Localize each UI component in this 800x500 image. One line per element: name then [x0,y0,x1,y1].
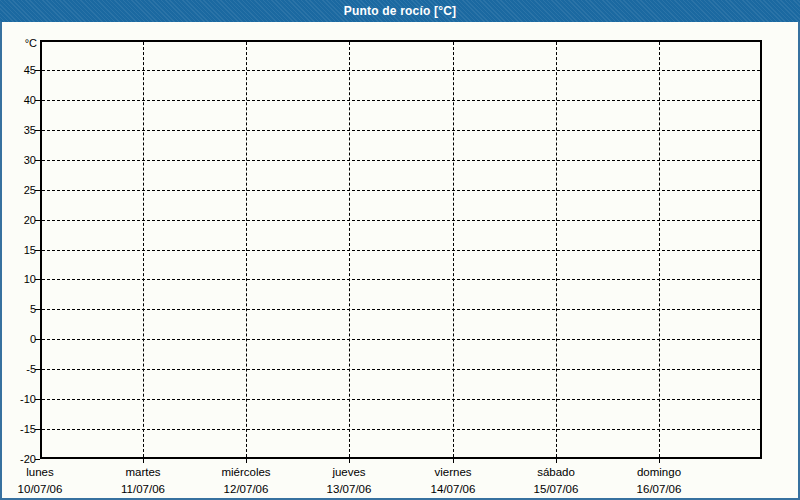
x-day-date: 16/07/06 [599,481,719,498]
y-tick-label: 30 [0,153,36,167]
y-gridline [42,220,760,221]
y-tick-label: -15 [0,422,36,436]
x-gridline [246,42,247,457]
y-tick-label: 10 [0,272,36,286]
x-gridline [556,42,557,457]
y-gridline [42,429,760,430]
x-axis-tick [659,459,660,463]
y-gridline [42,399,760,400]
y-tick-label: -10 [0,392,36,406]
x-gridline [453,42,454,457]
y-tick-label: 20 [0,213,36,227]
y-gridline [42,250,760,251]
y-gridline [42,369,760,370]
x-gridline [143,42,144,457]
x-day-label: domingo16/07/06 [599,464,719,498]
y-tick-label: 45 [0,63,36,77]
x-day-date: 12/07/06 [186,481,306,498]
y-gridline [42,100,760,101]
y-tick-label: 0 [0,332,36,346]
x-day-name: martes [83,464,203,481]
chart-title-bar: Punto de rocío [°C] [0,0,800,22]
y-gridline [42,309,760,310]
y-tick-label: 35 [0,123,36,137]
x-day-name: domingo [599,464,719,481]
x-day-date: 13/07/06 [289,481,409,498]
x-day-label: martes11/07/06 [83,464,203,498]
y-gridline [42,70,760,71]
y-tick-label: 15 [0,243,36,257]
x-day-label: miércoles12/07/06 [186,464,306,498]
x-axis-tick [143,459,144,463]
y-tick-label: 25 [0,183,36,197]
x-axis-tick [453,459,454,463]
x-axis-tick [246,459,247,463]
x-day-label: viernes14/07/06 [393,464,513,498]
x-day-label: jueves13/07/06 [289,464,409,498]
x-gridline [349,42,350,457]
x-axis-tick [556,459,557,463]
x-axis-tick [349,459,350,463]
x-day-date: 11/07/06 [83,481,203,498]
x-day-name: sábado [496,464,616,481]
x-gridline [659,42,660,457]
chart-title: Punto de rocío [°C] [344,4,457,18]
x-day-label: sábado15/07/06 [496,464,616,498]
y-tick-label: 40 [0,93,36,107]
x-day-name: viernes [393,464,513,481]
chart-area: °C 454035302520151050-5-10-15-20lunes10/… [0,0,800,500]
y-gridline [42,339,760,340]
x-day-date: 15/07/06 [496,481,616,498]
y-axis-unit-label: °C [0,37,37,49]
x-day-name: miércoles [186,464,306,481]
x-day-name: jueves [289,464,409,481]
y-gridline [42,279,760,280]
y-gridline [42,160,760,161]
y-gridline [42,130,760,131]
y-gridline [42,190,760,191]
y-tick-label: -5 [0,362,36,376]
x-day-date: 14/07/06 [393,481,513,498]
y-tick-label: 5 [0,302,36,316]
